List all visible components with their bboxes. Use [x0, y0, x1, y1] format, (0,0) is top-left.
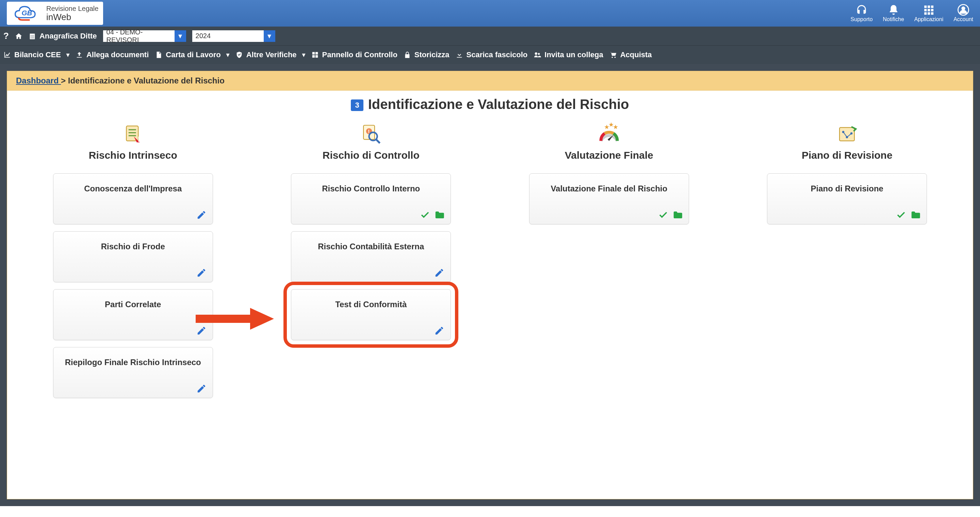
chart-line-icon [3, 51, 11, 59]
card-label: Conoscenza dell'Impresa [60, 184, 206, 193]
support-button[interactable]: Supporto [851, 4, 873, 22]
users-icon [533, 51, 541, 59]
brand-logo[interactable]: GB Revisione Legale inWeb [7, 2, 103, 25]
card-0-1[interactable]: Rischio di Frode [53, 231, 213, 282]
home-button[interactable] [15, 32, 22, 40]
card-wrap: Rischio Contabilità Esterna [291, 231, 451, 289]
main-panel: 3Identificazione e Valutazione del Risch… [7, 91, 973, 499]
folder-icon[interactable] [434, 210, 444, 220]
bell-icon [888, 4, 899, 16]
card-wrap: Piano di Revisione [767, 173, 927, 231]
card-1-1[interactable]: Rischio Contabilità Esterna [291, 231, 451, 282]
ditta-select[interactable]: 04 - DEMO- REVISORI ▾ [103, 30, 186, 42]
folder-icon[interactable] [910, 210, 920, 220]
svg-point-11 [961, 6, 965, 10]
card-0-0[interactable]: Conoscenza dell'Impresa [53, 173, 213, 225]
card-1-0[interactable]: Rischio Controllo Interno [291, 173, 451, 225]
ditta-select-caret[interactable]: ▾ [175, 30, 186, 42]
scarica-button[interactable]: Scarica fascicolo [456, 50, 528, 59]
svg-point-19 [614, 57, 616, 58]
dashboard-icon [311, 51, 319, 59]
column-1: Rischio di ControlloRischio Controllo In… [259, 122, 484, 405]
pannello-button[interactable]: Pannello di Controllo [311, 50, 398, 59]
svg-point-18 [611, 57, 613, 58]
svg-rect-12 [312, 52, 314, 54]
svg-rect-1 [924, 5, 927, 8]
card-label: Valutazione Finale del Rischio [536, 184, 682, 193]
edit-icon[interactable] [196, 210, 207, 220]
svg-rect-6 [931, 9, 934, 11]
svg-rect-9 [931, 12, 934, 14]
toolbar-row-1: ? Anagrafica Ditte 04 - DEMO- REVISORI ▾… [0, 27, 980, 45]
card-wrap: Rischio Controllo Interno [291, 173, 451, 231]
edit-icon[interactable] [196, 268, 207, 278]
card-label: Riepilogo Finale Rischio Intrinseco [60, 357, 206, 367]
column-title: Valutazione Finale [565, 150, 653, 161]
column-icon [359, 122, 383, 146]
acquista-button[interactable]: Acquista [609, 50, 652, 59]
card-wrap: Conoscenza dell'Impresa [53, 173, 213, 231]
year-select[interactable]: 2024 ▾ [192, 30, 275, 42]
top-header: GB Revisione Legale inWeb Supporto Notif… [0, 0, 980, 27]
cart-icon [609, 51, 617, 59]
headset-icon [856, 4, 867, 16]
card-wrap: Rischio di Frode [53, 231, 213, 289]
toolbar-row-2: Bilancio CEE Allega documenti Carta di L… [0, 45, 980, 64]
storicizza-button[interactable]: Storicizza [404, 50, 450, 59]
shield-check-icon [235, 51, 243, 59]
edit-icon[interactable] [434, 326, 444, 336]
breadcrumb-current: Identificazione e Valutazione del Rischi… [68, 76, 224, 85]
brand-line2: inWeb [46, 12, 98, 22]
year-select-caret[interactable]: ▾ [264, 30, 275, 42]
help-button[interactable]: ? [3, 31, 9, 41]
card-0-3[interactable]: Riepilogo Finale Rischio Intrinseco [53, 347, 213, 398]
check-icon [420, 210, 430, 220]
svg-rect-13 [315, 52, 318, 54]
column-title: Rischio di Controllo [323, 150, 420, 161]
apps-button[interactable]: Applicazioni [914, 4, 943, 22]
home-icon [15, 32, 22, 40]
account-button[interactable]: Account [953, 4, 973, 22]
card-label: Test di Conformità [298, 300, 444, 309]
svg-point-17 [538, 53, 540, 55]
notifications-button[interactable]: Notifiche [883, 4, 904, 22]
svg-rect-2 [928, 5, 930, 8]
card-label: Rischio di Frode [60, 242, 206, 251]
edit-icon[interactable] [196, 383, 207, 394]
svg-marker-21 [250, 308, 274, 330]
svg-rect-7 [924, 12, 927, 14]
svg-rect-5 [928, 9, 930, 11]
carta-menu[interactable]: Carta di Lavoro [155, 50, 229, 59]
toolbar: ? Anagrafica Ditte 04 - DEMO- REVISORI ▾… [0, 27, 980, 64]
card-label: Parti Correlate [60, 300, 206, 309]
allega-button[interactable]: Allega documenti [76, 50, 149, 59]
folder-icon[interactable] [672, 210, 682, 220]
svg-rect-3 [931, 5, 934, 8]
column-3: Piano di RevisionePiano di Revisione [735, 122, 959, 405]
altre-menu[interactable]: Altre Verifiche [235, 50, 305, 59]
card-status-icons [658, 210, 682, 220]
highlight-arrow [196, 306, 274, 330]
card-2-0[interactable]: Valutazione Finale del Rischio [529, 173, 689, 225]
card-status-icons [196, 383, 207, 394]
bilancio-menu[interactable]: Bilancio CEE [3, 50, 69, 59]
card-status-icons [196, 210, 207, 220]
edit-icon[interactable] [434, 268, 444, 278]
anagrafica-button[interactable]: Anagrafica Ditte [29, 32, 97, 40]
card-status-icons [196, 268, 207, 278]
svg-rect-20 [196, 315, 250, 323]
card-3-0[interactable]: Piano di Revisione [767, 173, 927, 225]
svg-point-16 [535, 53, 537, 55]
column-icon [835, 122, 859, 146]
invita-button[interactable]: Invita un collega [533, 50, 603, 59]
card-label: Rischio Controllo Interno [298, 184, 444, 193]
card-status-icons [896, 210, 920, 220]
card-0-2[interactable]: Parti Correlate [53, 289, 213, 340]
breadcrumb-root-link[interactable]: Dashboard [16, 76, 61, 85]
columns-container: Rischio IntrinsecoConoscenza dell'Impres… [7, 122, 973, 405]
card-status-icons [420, 210, 444, 220]
card-label: Piano di Revisione [774, 184, 920, 193]
header-right: Supporto Notifiche Applicazioni Account [851, 4, 973, 22]
card-status-icons [434, 268, 444, 278]
card-1-2[interactable]: Test di Conformità [291, 289, 451, 340]
